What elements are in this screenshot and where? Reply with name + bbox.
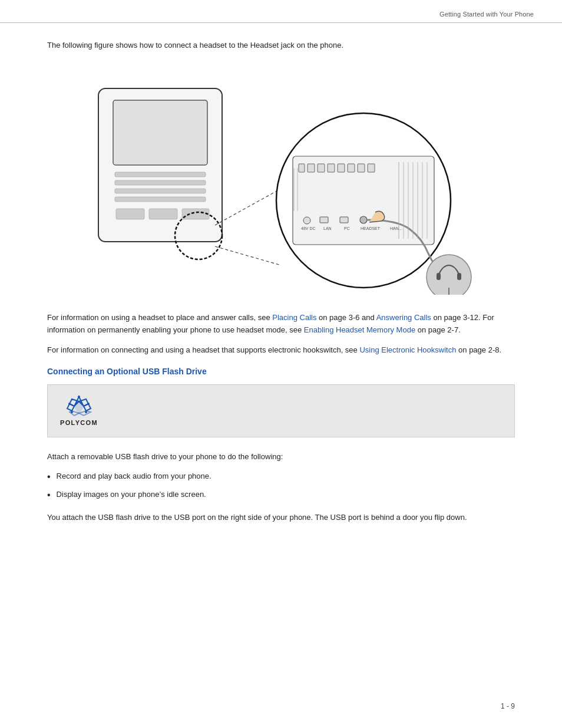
svg-text:HEADSET: HEADSET xyxy=(361,226,381,230)
svg-rect-7 xyxy=(149,209,177,219)
polycom-logo-text: POLYCOM xyxy=(60,419,98,426)
svg-rect-39 xyxy=(328,164,335,172)
intro-paragraph: The following figure shows how to connec… xyxy=(47,39,515,52)
link-headset-memory[interactable]: Enabling Headset Memory Mode xyxy=(304,325,415,334)
headset-diagram: 48V DC LAN PC HEADSET HAN... xyxy=(81,65,481,295)
svg-text:HAN...: HAN... xyxy=(390,226,402,230)
page-number: 1 - 9 xyxy=(501,702,515,710)
svg-point-45 xyxy=(68,403,71,405)
svg-rect-40 xyxy=(338,164,345,172)
info-para-1: For information on using a headset to pl… xyxy=(47,311,515,337)
svg-text:PC: PC xyxy=(344,226,350,230)
svg-rect-5 xyxy=(115,197,206,202)
page-footer: 1 - 9 xyxy=(501,702,515,710)
svg-rect-25 xyxy=(457,273,461,280)
polycom-logo: POLYCOM xyxy=(58,396,100,426)
svg-rect-20 xyxy=(320,217,328,223)
link-electronic-hookswitch[interactable]: Using Electronic Hookswitch xyxy=(359,345,456,354)
svg-rect-4 xyxy=(115,189,206,193)
svg-rect-6 xyxy=(116,209,144,219)
usb-intro-para: Attach a removable USB flash drive to yo… xyxy=(47,450,515,463)
svg-text:48V DC: 48V DC xyxy=(301,226,316,230)
link-answering-calls[interactable]: Answering Calls xyxy=(376,313,431,322)
header-title: Getting Started with Your Phone xyxy=(439,11,534,18)
phone-body xyxy=(98,88,222,259)
info-section-1: For information on using a headset to pl… xyxy=(47,311,515,356)
svg-rect-41 xyxy=(348,164,355,172)
info-para-2: For information on connecting and using … xyxy=(47,344,515,356)
svg-point-22 xyxy=(360,216,367,223)
svg-point-19 xyxy=(303,217,310,224)
link-placing-calls[interactable]: Placing Calls xyxy=(272,313,316,322)
polycom-box-content xyxy=(114,398,504,424)
svg-rect-2 xyxy=(115,172,206,177)
page: Getting Started with Your Phone The foll… xyxy=(0,0,562,728)
svg-line-11 xyxy=(215,246,281,265)
svg-text:LAN: LAN xyxy=(323,226,332,230)
svg-rect-38 xyxy=(318,164,325,172)
page-header: Getting Started with Your Phone xyxy=(0,0,562,23)
usb-closing-para: You attach the USB flash drive to the US… xyxy=(47,511,515,523)
svg-rect-3 xyxy=(115,180,206,185)
svg-rect-21 xyxy=(340,217,348,223)
svg-point-46 xyxy=(87,403,90,405)
svg-rect-37 xyxy=(308,164,315,172)
polycom-logo-icon xyxy=(66,396,92,417)
page-content: The following figure shows how to connec… xyxy=(0,23,562,547)
svg-rect-1 xyxy=(113,100,207,165)
svg-line-10 xyxy=(215,189,281,225)
bullet-item-1: Record and play back audio from your pho… xyxy=(47,470,515,485)
svg-rect-36 xyxy=(299,164,305,172)
svg-point-48 xyxy=(85,411,87,413)
bullet-item-2: Display images on your phone’s idle scre… xyxy=(47,489,515,503)
svg-rect-43 xyxy=(368,164,375,172)
polycom-notice-box: POLYCOM xyxy=(47,384,515,437)
svg-point-47 xyxy=(71,411,73,413)
usb-bullet-list: Record and play back audio from your pho… xyxy=(47,470,515,503)
usb-section-heading: Connecting an Optional USB Flash Drive xyxy=(47,367,515,376)
svg-point-44 xyxy=(78,396,80,398)
diagram-area: 48V DC LAN PC HEADSET HAN... xyxy=(47,65,515,295)
svg-rect-8 xyxy=(182,209,209,219)
svg-rect-24 xyxy=(437,273,441,280)
svg-rect-42 xyxy=(358,164,365,172)
